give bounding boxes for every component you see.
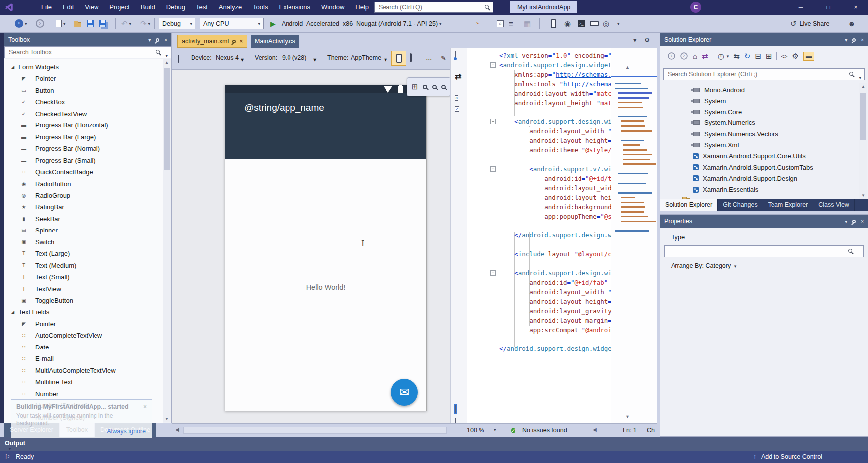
code-line-4[interactable]: xmlns:tools="http://schemas.android.com/… xyxy=(499,79,611,89)
zoom-caret-icon[interactable]: ▾ xyxy=(494,427,496,432)
navigate-forward-icon[interactable]: › xyxy=(36,19,44,28)
arrange-by-dropdown[interactable]: Arrange By: Category ▾ xyxy=(671,262,736,269)
phone-appbar-title[interactable]: @string/app_name xyxy=(244,102,324,113)
back-icon[interactable]: ‹ xyxy=(668,52,675,59)
menu-item-build[interactable]: Build xyxy=(135,0,161,15)
device-manager-icon[interactable]: ⌂ xyxy=(497,20,504,27)
toolbox-item-multiline-text[interactable]: ∷Multiline Text xyxy=(4,376,163,388)
se-tab-solution-explorer[interactable]: Solution Explorer xyxy=(660,199,718,211)
code-line-26[interactable]: android:layout_width="wrap_content" xyxy=(499,287,611,297)
code-line-13[interactable]: <android.support.v7.widget.Toolbar xyxy=(499,164,611,174)
code-line-16[interactable]: android:layout_height="?attr/actionBarSi… xyxy=(499,193,611,202)
solution-explorer-header[interactable]: Solution Explorer ▾ × xyxy=(660,33,868,46)
toolbox-group-text-fields[interactable]: ◢Text Fields xyxy=(4,306,163,318)
code-line-25[interactable]: android:id="@+id/fab" xyxy=(499,278,608,287)
se-tab-team-explorer[interactable]: Team Explorer xyxy=(763,199,814,211)
toolbox-item-pointer[interactable]: ◤Pointer xyxy=(4,318,163,330)
tree-item-xamarin-android-support-design[interactable]: Xamarin.Android.Support.Design xyxy=(691,173,797,184)
toolbox-scrollbar[interactable]: ▲ ▼ xyxy=(163,59,171,422)
code-line-11[interactable]: android:theme="@style/AppTheme.AppBarOve… xyxy=(499,145,611,155)
scrollbar-thumb[interactable] xyxy=(164,68,170,170)
page-thumbnail-selected-icon[interactable] xyxy=(455,405,456,413)
pin-icon[interactable] xyxy=(852,219,856,224)
switch-views-icon[interactable]: ⇆ xyxy=(733,52,740,61)
expanded-icon[interactable]: ◢ xyxy=(11,310,14,314)
tree-item-system-numerics-vectors[interactable]: System.Numerics.Vectors xyxy=(691,128,778,139)
scroll-down-icon[interactable]: ▼ xyxy=(625,414,630,419)
split-editor-handle[interactable] xyxy=(623,52,631,53)
code-line-3[interactable]: xmlns:app="http://schemas.android.com/ap… xyxy=(499,70,611,79)
toolbox-item-text-large-[interactable]: TText (Large) xyxy=(4,248,163,259)
code-line-10[interactable]: android:layout_height="wrap_content" xyxy=(499,136,611,145)
scroll-up-icon[interactable]: ▲ xyxy=(859,84,867,89)
navigate-back-icon[interactable]: ‹ xyxy=(15,19,23,28)
toolbox-item-progress-bar-small-[interactable]: ▬Progress Bar (Small) xyxy=(4,155,163,166)
source-control-up-icon[interactable]: ↑ xyxy=(753,453,756,460)
se-tab-class-view[interactable]: Class View xyxy=(813,199,855,211)
live-share-icon[interactable]: ↺ xyxy=(790,19,797,28)
designer-zoom-level[interactable]: 100 % xyxy=(467,427,484,434)
menu-item-edit[interactable]: Edit xyxy=(57,0,79,15)
menu-item-test[interactable]: Test xyxy=(191,0,213,15)
fold-collapse-icon[interactable]: − xyxy=(490,62,496,68)
code-line-15[interactable]: android:layout_width="match_parent" xyxy=(499,183,611,193)
properties-search-input[interactable] xyxy=(664,245,864,257)
code-line-5[interactable]: android:layout_width="match_parent" xyxy=(499,89,611,98)
horizontal-scrollbar[interactable] xyxy=(183,427,447,434)
solution-explorer-scrollbar[interactable]: ▲ ▼ xyxy=(859,83,867,199)
forward-icon[interactable]: › xyxy=(680,52,687,59)
add-to-source-control-button[interactable]: Add to Source Control xyxy=(761,453,822,460)
code-line-30[interactable]: app:srcCompat="@android:drawable/ic_dial… xyxy=(499,325,611,335)
portrait-orientation-button[interactable] xyxy=(391,51,406,66)
sdk-manager-icon[interactable]: ◎ xyxy=(603,19,609,28)
toolbox-item-textview[interactable]: TTextView xyxy=(4,283,163,295)
list-icon[interactable]: ≡ xyxy=(509,19,513,28)
undo-caret-icon[interactable]: ▾ xyxy=(129,21,132,26)
start-debug-icon[interactable]: ▶ xyxy=(270,20,276,28)
tree-item-assets[interactable]: ▶Assets xyxy=(675,195,713,199)
toolbox-item-pointer[interactable]: ◤Pointer xyxy=(4,73,163,84)
toolbox-item-multiautocompletetextview[interactable]: ∷MultiAutoCompleteTextView xyxy=(4,365,163,376)
profiler-icon[interactable]: ◔ xyxy=(475,19,479,28)
zoom-out-icon[interactable] xyxy=(432,85,437,89)
toolbox-item-checkedtextview[interactable]: ✓CheckedTextView xyxy=(4,108,163,119)
code-line-28[interactable]: android:layout_gravity="bottom|end" xyxy=(499,306,611,316)
editor-options-gear-icon[interactable]: ⚙ xyxy=(644,37,650,44)
maximize-button[interactable]: □ xyxy=(817,0,840,15)
new-file-caret-icon[interactable]: ▾ xyxy=(63,21,66,26)
adb-terminal-icon[interactable]: >_ xyxy=(578,20,585,27)
code-line-9[interactable]: android:layout_width="match_parent" xyxy=(499,126,611,136)
editor-minimap[interactable]: ▲ ▼ xyxy=(611,48,657,423)
menu-item-window[interactable]: Window xyxy=(316,0,350,15)
deploy-device-icon[interactable] xyxy=(551,19,556,28)
pin-icon[interactable] xyxy=(156,37,159,43)
code-line-1[interactable]: <?xml version="1.0" encoding="utf-8"?> xyxy=(499,51,611,60)
device-tools-caret-icon[interactable]: ▾ xyxy=(617,21,620,26)
toolbox-header[interactable]: Toolbox ▾ × xyxy=(4,33,171,46)
refresh-icon[interactable]: ↻ xyxy=(744,52,751,61)
toolbox-item-switch[interactable]: ▣Switch xyxy=(4,236,163,248)
toolbox-item-ratingbar[interactable]: ★RatingBar xyxy=(4,201,163,213)
alternate-layout-icon[interactable] xyxy=(455,51,456,59)
menu-item-debug[interactable]: Debug xyxy=(161,0,191,15)
version-dropdown[interactable]: 9.0 (v28) xyxy=(282,54,306,61)
code-line-20[interactable]: </android.support.design.widget.AppBarLa… xyxy=(499,231,611,240)
hello-world-textview[interactable]: Hello World! xyxy=(225,283,426,291)
toolbox-item-text-medium-[interactable]: TText (Medium) xyxy=(4,260,163,271)
window-position-caret-icon[interactable]: ▾ xyxy=(845,219,847,224)
fold-collapse-icon[interactable]: − xyxy=(490,119,496,124)
zoom-in-icon[interactable] xyxy=(441,85,446,89)
home-icon[interactable]: ⌂ xyxy=(693,52,697,60)
scroll-down-icon[interactable]: ▼ xyxy=(859,193,867,198)
tree-item-xamarin-android-support-customtabs[interactable]: Xamarin.Android.Support.CustomTabs xyxy=(691,162,813,173)
device-layers-icon[interactable] xyxy=(590,21,599,26)
toolbox-item-seekbar[interactable]: ▮SeekBar xyxy=(4,213,163,225)
scroll-left-icon[interactable]: ◀ xyxy=(175,427,179,432)
se-tab-git-changes[interactable]: Git Changes xyxy=(718,199,763,211)
window-position-caret-icon[interactable]: ▾ xyxy=(845,37,847,43)
toolbox-group-form-widgets[interactable]: ◢Form Widgets xyxy=(4,61,163,73)
pin-tab-icon[interactable] xyxy=(232,40,236,43)
version-caret-icon[interactable]: ▾ xyxy=(313,56,316,63)
close-tab-icon[interactable]: × xyxy=(239,35,243,48)
solution-config-dropdown[interactable]: Debug▾ xyxy=(159,18,195,29)
